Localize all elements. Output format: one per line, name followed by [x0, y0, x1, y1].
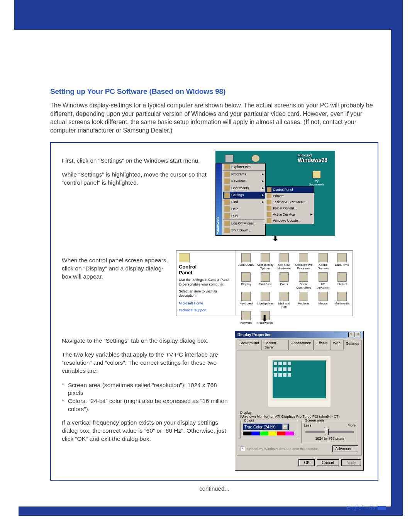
windows-logo: Microsoft Windows98 [298, 155, 327, 163]
sm-item-logoff[interactable]: Log Off Micael... [223, 219, 265, 227]
colors-dropdown[interactable]: True Color (24 bit)▾ [243, 423, 289, 430]
cp-item[interactable]: Fonts [275, 272, 293, 290]
sub-item-control-panel[interactable]: Control Panel [265, 187, 314, 193]
cp-item-label: 32bit ODBC [238, 263, 254, 267]
sm-item-find[interactable]: Find▶ [223, 199, 265, 206]
bullet-resolution: Screen area (sometimes called “resolutio… [68, 381, 228, 398]
sm-item-documents[interactable]: Documents▶ [223, 185, 265, 192]
section-heading: Setting up Your PC Software (Based on Wi… [50, 87, 378, 96]
sm-item-settings[interactable]: Settings▶ [223, 192, 265, 199]
arrow-down-icon: ⬇ [215, 236, 335, 241]
tab-background[interactable]: Background [237, 340, 262, 350]
cp-item-icon [241, 311, 251, 320]
cp-item[interactable]: Add/Remove Programs [294, 252, 313, 271]
bullet-colors: Colors: “24-bit” color (might also be ex… [68, 397, 228, 413]
area-group-label: Screen area [304, 418, 325, 422]
desktop-icon [267, 212, 271, 217]
sm-item-shutdown[interactable]: Shut Down... [223, 227, 265, 234]
cp-item-label: Add New Hardware [276, 263, 292, 270]
page-content: Setting up Your PC Software (Based on Wi… [50, 87, 378, 492]
sm-item-run[interactable]: Run... [223, 212, 265, 219]
tab-settings[interactable]: Settings [343, 340, 362, 350]
cp-desc2: Select an item to view its description. [179, 289, 233, 298]
sub-item-folder-opts[interactable]: Folder Options... [265, 205, 314, 211]
cp-item-icon [337, 272, 347, 282]
cp-item-label: Keyboard [239, 302, 253, 305]
cp-item-icon [241, 253, 251, 262]
step-1-p2: While “Settings” is highlighted, move th… [62, 171, 208, 187]
sm-item-programs[interactable]: Programs▶ [223, 170, 265, 178]
sm-item-help[interactable]: Help [223, 206, 265, 212]
area-more-label: More [348, 423, 356, 427]
page-number: English - 85 [347, 505, 386, 511]
tab-web[interactable]: Web [330, 340, 343, 350]
cp-item[interactable]: Internet [333, 272, 351, 290]
cp-item-label: Display [241, 282, 251, 286]
step-2-text: When the control panel screen appears, c… [62, 250, 169, 321]
sub-item-taskbar[interactable]: Taskbar & Start Menu... [265, 199, 314, 205]
sm-item-explorer[interactable]: Explorer.exe [223, 163, 265, 170]
help-button-icon[interactable]: ? [348, 332, 354, 337]
control-panel-icon [179, 253, 190, 262]
cp-item[interactable]: Accessibility Options [256, 252, 275, 271]
step-3: Navigate to the “Settings” tab on the di… [62, 331, 368, 471]
sub-item-winupdate[interactable]: Windows Update... [265, 218, 314, 224]
cp-item[interactable]: Network [237, 310, 255, 325]
display-value: (Unknown Monitor) on ATI Graphics Pro Tu… [240, 415, 358, 418]
cp-item[interactable]: 32bit ODBC [237, 252, 255, 271]
tab-appearance[interactable]: Appearance [288, 340, 314, 350]
cp-item-label: Internet [337, 282, 347, 286]
sub-item-active-desktop[interactable]: Active Desktop▶ [265, 211, 314, 218]
color-swatches [243, 432, 295, 435]
cp-item[interactable]: Find Fast [256, 272, 275, 290]
search-icon [224, 199, 230, 205]
cp-item[interactable]: Modems [294, 291, 313, 309]
colors-group-label: Colors [243, 418, 255, 422]
power-icon [224, 228, 230, 233]
step-3-screenshot: Display Properties ? × Background Screen… [235, 331, 364, 471]
apply-button[interactable]: Apply [341, 459, 361, 466]
cp-item[interactable]: Add New Hardware [275, 252, 293, 271]
cp-item[interactable]: Adobe Gamma [314, 252, 332, 271]
cp-item-label: HP JetAdmin [315, 282, 331, 289]
cp-item[interactable]: Mail and Fax [275, 291, 293, 309]
cp-item-icon [299, 292, 308, 301]
advanced-button[interactable]: Advanced... [332, 445, 358, 452]
page-border-right [391, 0, 403, 516]
folder-icon [224, 172, 230, 177]
link-ms-home[interactable]: Microsoft Home [179, 301, 233, 305]
cp-item-label: Add/Remove Programs [295, 263, 312, 270]
cp-item[interactable]: Mouse [314, 291, 332, 309]
sub-item-printers[interactable]: Printers [265, 193, 314, 199]
cancel-button[interactable]: Cancel [317, 459, 339, 466]
ok-button[interactable]: OK [299, 459, 314, 466]
step-2: When the control panel screen appears, c… [62, 250, 368, 321]
cp-item[interactable]: Game Controllers [294, 272, 313, 290]
tab-effects[interactable]: Effects [314, 340, 330, 350]
link-tech-support[interactable]: Technical Support [179, 308, 233, 312]
monitor-preview [268, 356, 331, 407]
extend-checkbox[interactable]: ✓ [240, 446, 245, 451]
cp-item[interactable]: Keyboard [237, 291, 255, 309]
cp-item-icon [280, 272, 289, 282]
cp-item[interactable]: Multimedia [333, 291, 351, 309]
taskbar-icon [267, 200, 271, 204]
cp-item-label: Mouse [319, 302, 328, 305]
step-3-p1: Navigate to the “Settings” tab on the di… [62, 337, 228, 345]
cp-item[interactable]: LiveUpdate [256, 291, 275, 309]
tab-screensaver[interactable]: Screen Saver [262, 340, 288, 350]
area-less-label: Less [304, 423, 311, 427]
cp-item-icon [319, 272, 328, 282]
sm-item-favorites[interactable]: Favorites▶ [223, 178, 265, 185]
cp-item-label: Network [241, 321, 252, 325]
close-icon[interactable]: × [355, 332, 361, 337]
cp-item-label: Date/Time [335, 263, 349, 267]
cp-item[interactable]: Display [237, 272, 255, 290]
globe-icon [267, 218, 271, 223]
cp-item[interactable]: Date/Time [333, 252, 351, 271]
cp-item-label: Mail and Fax [276, 302, 292, 309]
start-menu: Windows98 Explorer.exe Programs▶ Favorit… [215, 163, 266, 236]
cp-item-label: Game Controllers [295, 282, 312, 289]
cp-item[interactable]: HP JetAdmin [314, 272, 332, 290]
resolution-slider[interactable] [305, 431, 354, 433]
